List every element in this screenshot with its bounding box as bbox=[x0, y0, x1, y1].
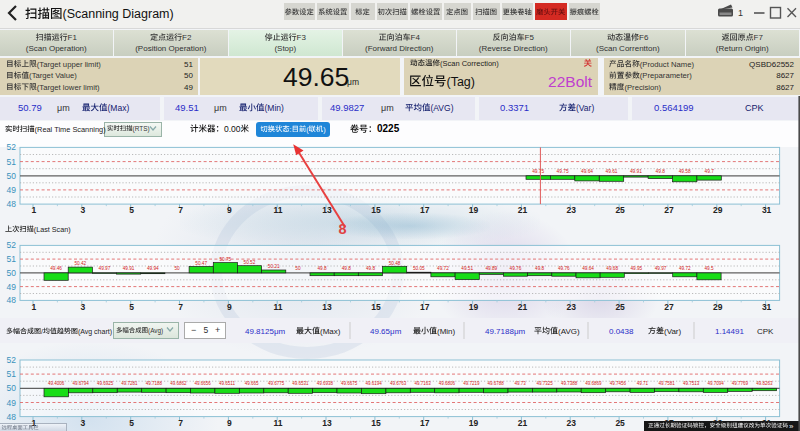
svg-text:5: 5 bbox=[129, 302, 134, 312]
svg-text:49.9827: 49.9827 bbox=[330, 102, 364, 113]
svg-text:(RTS): (RTS) bbox=[133, 125, 150, 133]
svg-text:F4: F4 bbox=[411, 33, 421, 42]
svg-text:49.7219: 49.7219 bbox=[463, 381, 480, 386]
svg-text:5: 5 bbox=[129, 205, 134, 215]
svg-text:(Target Value): (Target Value) bbox=[29, 71, 77, 80]
svg-text:13: 13 bbox=[322, 205, 332, 215]
svg-text:(AVG): (AVG) bbox=[431, 103, 454, 113]
svg-text:49.97: 49.97 bbox=[655, 266, 667, 271]
svg-text:(Forward Direction): (Forward Direction) bbox=[365, 44, 434, 53]
svg-text:9: 9 bbox=[227, 418, 232, 428]
svg-text:0.00: 0.00 bbox=[224, 124, 241, 134]
svg-text:49.6775: 49.6775 bbox=[268, 381, 285, 386]
svg-text:3: 3 bbox=[81, 205, 86, 215]
svg-text:(Scan Operation): (Scan Operation) bbox=[26, 44, 87, 53]
svg-text:49.8263: 49.8263 bbox=[756, 381, 773, 386]
svg-text:49.6788: 49.6788 bbox=[488, 381, 505, 386]
svg-text:49: 49 bbox=[7, 398, 17, 408]
svg-text:0.564199: 0.564199 bbox=[654, 102, 694, 113]
svg-text:49.7188μm: 49.7188μm bbox=[485, 327, 526, 336]
svg-text:49.8: 49.8 bbox=[318, 266, 328, 271]
svg-text:49.7325: 49.7325 bbox=[537, 381, 554, 386]
svg-text:49.94: 49.94 bbox=[147, 266, 159, 271]
svg-text:15: 15 bbox=[371, 302, 381, 312]
svg-text:49.7581: 49.7581 bbox=[659, 381, 676, 386]
svg-text:(Real Time Scanning): (Real Time Scanning) bbox=[35, 125, 106, 134]
svg-text:5: 5 bbox=[204, 325, 209, 335]
svg-text:0225: 0225 bbox=[377, 123, 400, 134]
svg-text:49.75: 49.75 bbox=[557, 169, 569, 174]
svg-text:50.05: 50.05 bbox=[413, 266, 425, 271]
svg-text:49.65μm: 49.65μm bbox=[370, 327, 402, 336]
svg-text:49.7388: 49.7388 bbox=[561, 381, 578, 386]
svg-text:50: 50 bbox=[7, 171, 17, 181]
svg-text:8: 8 bbox=[339, 221, 347, 237]
svg-text:(Last Scan): (Last Scan) bbox=[34, 225, 71, 234]
svg-text:CPK: CPK bbox=[745, 103, 764, 113]
svg-text:49.6763: 49.6763 bbox=[390, 381, 407, 386]
svg-text:(Tag): (Tag) bbox=[447, 75, 475, 89]
svg-text:52: 52 bbox=[7, 355, 17, 365]
svg-text:−: − bbox=[191, 325, 196, 335]
svg-text:49.6862: 49.6862 bbox=[170, 381, 187, 386]
svg-text:49.72: 49.72 bbox=[679, 266, 691, 271]
svg-text:49.95: 49.95 bbox=[631, 266, 643, 271]
svg-text:μm: μm bbox=[381, 103, 394, 113]
svg-text:13: 13 bbox=[322, 418, 332, 428]
svg-text:(Scan Correction): (Scan Correction) bbox=[440, 59, 499, 68]
svg-text:μm: μm bbox=[57, 103, 70, 113]
svg-text:27: 27 bbox=[664, 205, 674, 215]
svg-text::: : bbox=[290, 125, 292, 134]
svg-text:11: 11 bbox=[274, 205, 283, 215]
svg-text:15: 15 bbox=[371, 205, 381, 215]
svg-text:31: 31 bbox=[762, 205, 772, 215]
svg-text:25: 25 bbox=[615, 418, 625, 428]
svg-text:21: 21 bbox=[518, 302, 528, 312]
svg-text:50.75: 50.75 bbox=[220, 257, 232, 262]
svg-text:50.21: 50.21 bbox=[268, 264, 280, 269]
svg-text:49.6656: 49.6656 bbox=[195, 381, 212, 386]
svg-text:0.0438: 0.0438 bbox=[609, 327, 634, 336]
svg-text:49.72: 49.72 bbox=[437, 266, 449, 271]
svg-text:0.3371: 0.3371 bbox=[500, 102, 529, 113]
svg-text:1: 1 bbox=[738, 8, 743, 18]
svg-text:49.97: 49.97 bbox=[99, 266, 111, 271]
svg-text:(Var): (Var) bbox=[576, 103, 594, 113]
svg-text:17: 17 bbox=[420, 302, 430, 312]
svg-text:25: 25 bbox=[615, 205, 625, 215]
svg-text:QSBD62552: QSBD62552 bbox=[749, 60, 794, 69]
svg-text:52: 52 bbox=[7, 240, 17, 250]
svg-text:49.7281: 49.7281 bbox=[121, 381, 138, 386]
svg-text:19: 19 bbox=[469, 205, 479, 215]
svg-text:1: 1 bbox=[32, 205, 37, 215]
svg-text:1.14491: 1.14491 bbox=[715, 327, 744, 336]
svg-text:(Preparameter): (Preparameter) bbox=[640, 71, 693, 80]
svg-text:49.7513: 49.7513 bbox=[683, 381, 700, 386]
svg-text:μm: μm bbox=[347, 77, 359, 87]
svg-text:(Target lower limit): (Target lower limit) bbox=[37, 83, 100, 92]
svg-text:(Avg): (Avg) bbox=[148, 327, 163, 335]
svg-text:49.7188: 49.7188 bbox=[146, 381, 163, 386]
svg-text:49.8125μm: 49.8125μm bbox=[245, 327, 286, 336]
svg-text:(AVG): (AVG) bbox=[558, 327, 580, 336]
svg-text:49.7456: 49.7456 bbox=[610, 381, 627, 386]
svg-text:49.46: 49.46 bbox=[50, 266, 62, 271]
svg-text:11: 11 bbox=[274, 418, 283, 428]
svg-text:5: 5 bbox=[129, 418, 134, 428]
svg-text:49.7163: 49.7163 bbox=[414, 381, 431, 386]
svg-text:3: 3 bbox=[81, 302, 86, 312]
svg-text:23: 23 bbox=[567, 205, 577, 215]
svg-text:49.65: 49.65 bbox=[283, 62, 349, 92]
svg-text:50.48: 50.48 bbox=[389, 261, 401, 266]
svg-text:F2: F2 bbox=[182, 33, 192, 42]
svg-text:(: ( bbox=[306, 125, 309, 134]
svg-text:27: 27 bbox=[664, 302, 674, 312]
svg-text:(Max): (Max) bbox=[108, 103, 130, 113]
svg-text:51: 51 bbox=[7, 254, 17, 264]
svg-text:(Position Operation): (Position Operation) bbox=[135, 44, 206, 53]
svg-text:50: 50 bbox=[295, 266, 301, 271]
svg-text:/: / bbox=[41, 328, 43, 335]
svg-text:49.71: 49.71 bbox=[637, 381, 649, 386]
svg-text:49.6925: 49.6925 bbox=[97, 381, 114, 386]
svg-text:49.51: 49.51 bbox=[461, 266, 473, 271]
